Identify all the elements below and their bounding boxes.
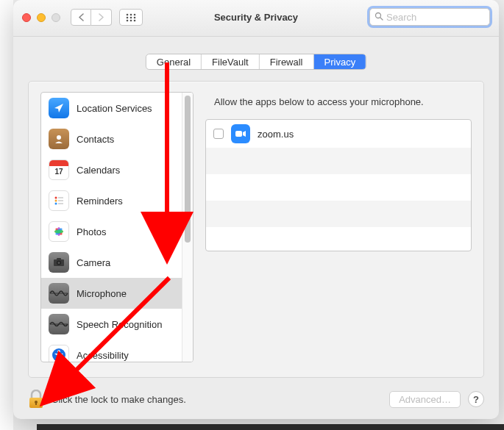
microphone-icon — [49, 283, 69, 304]
app-access-pane: Allow the apps below to access your micr… — [205, 92, 472, 367]
category-label: Speech Recognition — [77, 319, 162, 330]
advanced-button[interactable]: Advanced… — [389, 391, 461, 408]
empty-row — [206, 201, 471, 227]
svg-line-10 — [380, 18, 383, 20]
lock-icon[interactable] — [28, 390, 44, 409]
svg-rect-26 — [57, 258, 61, 260]
pane-heading: Allow the apps below to access your micr… — [214, 96, 472, 107]
category-photos[interactable]: Photos — [41, 216, 193, 247]
tab-firewall[interactable]: Firewall — [260, 54, 314, 69]
scrollbar-thumb[interactable] — [185, 96, 191, 243]
privacy-category-list: Location Services Contacts 17 Calend — [40, 92, 194, 362]
category-label: Location Services — [77, 103, 152, 114]
body-area: General FileVault Firewall Privacy Locat… — [13, 37, 499, 419]
svg-point-9 — [376, 12, 381, 18]
svg-point-22 — [54, 230, 63, 234]
svg-point-30 — [57, 350, 60, 353]
svg-rect-31 — [235, 131, 242, 137]
calendar-icon: 17 — [49, 160, 69, 180]
contacts-icon — [49, 129, 69, 149]
app-label: zoom.us — [258, 129, 294, 140]
category-label: Contacts — [77, 134, 114, 145]
cropped-background — [0, 0, 13, 430]
camera-icon — [49, 252, 69, 273]
svg-point-25 — [58, 262, 60, 264]
search-field-wrap[interactable] — [369, 8, 490, 26]
app-list: zoom.us — [205, 119, 472, 251]
location-icon — [49, 98, 69, 118]
category-microphone[interactable]: Microphone — [41, 278, 193, 309]
titlebar: Security & Privacy — [13, 0, 499, 37]
svg-point-14 — [55, 203, 57, 205]
svg-point-11 — [57, 135, 61, 140]
tab-general[interactable]: General — [146, 54, 202, 69]
svg-point-12 — [55, 197, 57, 199]
lock-text: Click the lock to make changes. — [52, 394, 382, 405]
tab-bar: General FileVault Firewall Privacy — [146, 54, 366, 70]
category-label: Calendars — [77, 165, 120, 176]
app-row-zoom[interactable]: zoom.us — [206, 120, 471, 148]
empty-row — [206, 227, 471, 251]
category-camera[interactable]: Camera — [41, 247, 193, 278]
category-label: Accessibility — [77, 350, 129, 361]
search-input[interactable] — [386, 12, 499, 23]
tab-privacy[interactable]: Privacy — [314, 54, 366, 69]
photos-icon — [49, 221, 69, 242]
reminders-icon — [49, 190, 69, 211]
speech-icon — [49, 314, 69, 334]
category-label: Microphone — [77, 288, 127, 299]
category-location-services[interactable]: Location Services — [41, 93, 193, 123]
app-checkbox[interactable] — [213, 129, 224, 139]
footer: Click the lock to make changes. Advanced… — [28, 390, 484, 409]
search-icon — [375, 12, 383, 23]
empty-row — [206, 174, 471, 201]
svg-point-13 — [55, 200, 57, 202]
tab-filevault[interactable]: FileVault — [202, 54, 260, 69]
scrollbar-track[interactable] — [182, 93, 193, 362]
privacy-panel: Location Services Contacts 17 Calend — [28, 81, 484, 378]
category-accessibility[interactable]: Accessibility — [41, 340, 193, 362]
category-calendars[interactable]: 17 Calendars — [41, 154, 193, 185]
category-reminders[interactable]: Reminders — [41, 185, 193, 216]
category-label: Camera — [77, 257, 110, 268]
accessibility-icon — [49, 345, 69, 362]
zoom-icon — [231, 124, 250, 143]
category-label: Reminders — [77, 196, 123, 207]
cropped-bottom-bar — [37, 424, 504, 430]
svg-rect-34 — [35, 402, 37, 405]
category-contacts[interactable]: Contacts — [41, 123, 193, 154]
category-speech-recognition[interactable]: Speech Recognition — [41, 309, 193, 340]
preferences-window: Security & Privacy General FileVault Fir… — [13, 0, 499, 419]
empty-row — [206, 148, 471, 174]
category-label: Photos — [77, 226, 106, 237]
help-button[interactable]: ? — [468, 391, 484, 407]
